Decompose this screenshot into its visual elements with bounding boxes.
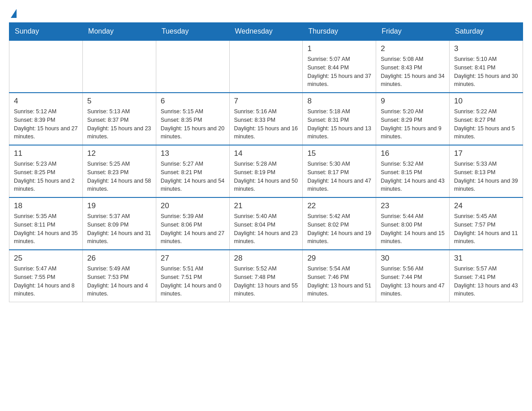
day-number: 4 <box>14 97 78 106</box>
day-info: Sunrise: 5:30 AMSunset: 8:17 PMDaylight:… <box>307 160 371 193</box>
calendar-table: SundayMondayTuesdayWednesdayThursdayFrid… <box>9 22 523 302</box>
page-header <box>9 9 523 18</box>
day-info: Sunrise: 5:35 AMSunset: 8:11 PMDaylight:… <box>14 212 78 246</box>
calendar-cell: 5Sunrise: 5:13 AMSunset: 8:37 PMDaylight… <box>82 93 156 145</box>
day-number: 31 <box>454 254 518 263</box>
day-number: 9 <box>381 97 445 106</box>
day-number: 23 <box>381 201 445 210</box>
day-number: 8 <box>307 97 371 106</box>
calendar-cell: 10Sunrise: 5:22 AMSunset: 8:27 PMDayligh… <box>450 93 523 145</box>
day-info: Sunrise: 5:32 AMSunset: 8:15 PMDaylight:… <box>381 160 445 193</box>
calendar-cell: 13Sunrise: 5:27 AMSunset: 8:21 PMDayligh… <box>156 145 229 197</box>
calendar-cell <box>82 40 156 93</box>
day-number: 27 <box>161 254 225 263</box>
calendar-cell: 6Sunrise: 5:15 AMSunset: 8:35 PMDaylight… <box>156 93 229 145</box>
weekday-header-saturday: Saturday <box>450 23 523 41</box>
calendar-cell: 19Sunrise: 5:37 AMSunset: 8:09 PMDayligh… <box>82 197 156 250</box>
day-info: Sunrise: 5:15 AMSunset: 8:35 PMDaylight:… <box>161 107 225 141</box>
day-info: Sunrise: 5:16 AMSunset: 8:33 PMDaylight:… <box>234 107 298 141</box>
calendar-cell: 2Sunrise: 5:08 AMSunset: 8:43 PMDaylight… <box>376 40 450 93</box>
day-info: Sunrise: 5:27 AMSunset: 8:21 PMDaylight:… <box>161 160 225 193</box>
calendar-cell: 11Sunrise: 5:23 AMSunset: 8:25 PMDayligh… <box>9 145 83 197</box>
day-number: 16 <box>381 149 445 158</box>
calendar-cell: 9Sunrise: 5:20 AMSunset: 8:29 PMDaylight… <box>376 93 450 145</box>
day-number: 30 <box>381 254 445 263</box>
day-info: Sunrise: 5:54 AMSunset: 7:46 PMDaylight:… <box>307 265 371 298</box>
day-number: 15 <box>307 149 371 158</box>
day-number: 13 <box>161 149 225 158</box>
day-number: 10 <box>454 97 518 106</box>
day-info: Sunrise: 5:57 AMSunset: 7:41 PMDaylight:… <box>454 265 518 298</box>
calendar-cell: 25Sunrise: 5:47 AMSunset: 7:55 PMDayligh… <box>9 250 83 302</box>
weekday-header-friday: Friday <box>376 23 450 41</box>
day-number: 11 <box>14 149 78 158</box>
day-number: 3 <box>454 44 518 53</box>
day-number: 7 <box>234 97 298 106</box>
day-number: 18 <box>14 201 78 210</box>
day-number: 19 <box>87 201 151 210</box>
day-info: Sunrise: 5:51 AMSunset: 7:51 PMDaylight:… <box>161 265 225 298</box>
day-number: 20 <box>161 201 225 210</box>
calendar-cell: 7Sunrise: 5:16 AMSunset: 8:33 PMDaylight… <box>229 93 303 145</box>
day-info: Sunrise: 5:28 AMSunset: 8:19 PMDaylight:… <box>234 160 298 193</box>
calendar-cell: 31Sunrise: 5:57 AMSunset: 7:41 PMDayligh… <box>450 250 523 302</box>
logo-triangle <box>11 9 17 18</box>
day-info: Sunrise: 5:23 AMSunset: 8:25 PMDaylight:… <box>14 160 78 193</box>
day-info: Sunrise: 5:40 AMSunset: 8:04 PMDaylight:… <box>234 212 298 246</box>
day-info: Sunrise: 5:10 AMSunset: 8:41 PMDaylight:… <box>454 55 518 89</box>
day-info: Sunrise: 5:25 AMSunset: 8:23 PMDaylight:… <box>87 160 151 193</box>
day-info: Sunrise: 5:07 AMSunset: 8:44 PMDaylight:… <box>307 55 371 89</box>
calendar-cell: 21Sunrise: 5:40 AMSunset: 8:04 PMDayligh… <box>229 197 303 250</box>
day-info: Sunrise: 5:47 AMSunset: 7:55 PMDaylight:… <box>14 265 78 298</box>
calendar-cell: 24Sunrise: 5:45 AMSunset: 7:57 PMDayligh… <box>450 197 523 250</box>
day-number: 5 <box>87 97 151 106</box>
day-info: Sunrise: 5:18 AMSunset: 8:31 PMDaylight:… <box>307 107 371 141</box>
calendar-cell <box>156 40 229 93</box>
calendar-cell: 23Sunrise: 5:44 AMSunset: 8:00 PMDayligh… <box>376 197 450 250</box>
calendar-cell: 14Sunrise: 5:28 AMSunset: 8:19 PMDayligh… <box>229 145 303 197</box>
weekday-header-thursday: Thursday <box>303 23 376 41</box>
day-number: 25 <box>14 254 78 263</box>
day-number: 17 <box>454 149 518 158</box>
week-row-4: 18Sunrise: 5:35 AMSunset: 8:11 PMDayligh… <box>9 197 523 250</box>
calendar-cell: 26Sunrise: 5:49 AMSunset: 7:53 PMDayligh… <box>82 250 156 302</box>
calendar-cell: 16Sunrise: 5:32 AMSunset: 8:15 PMDayligh… <box>376 145 450 197</box>
day-info: Sunrise: 5:37 AMSunset: 8:09 PMDaylight:… <box>87 212 151 246</box>
day-info: Sunrise: 5:08 AMSunset: 8:43 PMDaylight:… <box>381 55 445 89</box>
day-number: 14 <box>234 149 298 158</box>
day-info: Sunrise: 5:49 AMSunset: 7:53 PMDaylight:… <box>87 265 151 298</box>
week-row-3: 11Sunrise: 5:23 AMSunset: 8:25 PMDayligh… <box>9 145 523 197</box>
calendar-cell: 27Sunrise: 5:51 AMSunset: 7:51 PMDayligh… <box>156 250 229 302</box>
weekday-header-tuesday: Tuesday <box>156 23 229 41</box>
day-info: Sunrise: 5:12 AMSunset: 8:39 PMDaylight:… <box>14 107 78 141</box>
calendar-cell: 30Sunrise: 5:56 AMSunset: 7:44 PMDayligh… <box>376 250 450 302</box>
day-info: Sunrise: 5:33 AMSunset: 8:13 PMDaylight:… <box>454 160 518 193</box>
calendar-cell: 22Sunrise: 5:42 AMSunset: 8:02 PMDayligh… <box>303 197 376 250</box>
day-number: 24 <box>454 201 518 210</box>
day-info: Sunrise: 5:13 AMSunset: 8:37 PMDaylight:… <box>87 107 151 141</box>
day-number: 29 <box>307 254 371 263</box>
week-row-1: 1Sunrise: 5:07 AMSunset: 8:44 PMDaylight… <box>9 40 523 93</box>
day-number: 26 <box>87 254 151 263</box>
week-row-2: 4Sunrise: 5:12 AMSunset: 8:39 PMDaylight… <box>9 93 523 145</box>
calendar-cell: 28Sunrise: 5:52 AMSunset: 7:48 PMDayligh… <box>229 250 303 302</box>
weekday-header-monday: Monday <box>82 23 156 41</box>
day-number: 6 <box>161 97 225 106</box>
calendar-cell: 29Sunrise: 5:54 AMSunset: 7:46 PMDayligh… <box>303 250 376 302</box>
calendar-cell: 4Sunrise: 5:12 AMSunset: 8:39 PMDaylight… <box>9 93 83 145</box>
calendar-cell: 3Sunrise: 5:10 AMSunset: 8:41 PMDaylight… <box>450 40 523 93</box>
day-number: 28 <box>234 254 298 263</box>
calendar-cell <box>9 40 83 93</box>
day-info: Sunrise: 5:45 AMSunset: 7:57 PMDaylight:… <box>454 212 518 246</box>
day-number: 22 <box>307 201 371 210</box>
day-number: 21 <box>234 201 298 210</box>
weekday-header-sunday: Sunday <box>9 23 83 41</box>
weekday-header-wednesday: Wednesday <box>229 23 303 41</box>
day-info: Sunrise: 5:22 AMSunset: 8:27 PMDaylight:… <box>454 107 518 141</box>
day-info: Sunrise: 5:20 AMSunset: 8:29 PMDaylight:… <box>381 107 445 141</box>
calendar-cell: 17Sunrise: 5:33 AMSunset: 8:13 PMDayligh… <box>450 145 523 197</box>
weekday-header-row: SundayMondayTuesdayWednesdayThursdayFrid… <box>9 23 523 41</box>
week-row-5: 25Sunrise: 5:47 AMSunset: 7:55 PMDayligh… <box>9 250 523 302</box>
day-info: Sunrise: 5:42 AMSunset: 8:02 PMDaylight:… <box>307 212 371 246</box>
day-info: Sunrise: 5:56 AMSunset: 7:44 PMDaylight:… <box>381 265 445 298</box>
